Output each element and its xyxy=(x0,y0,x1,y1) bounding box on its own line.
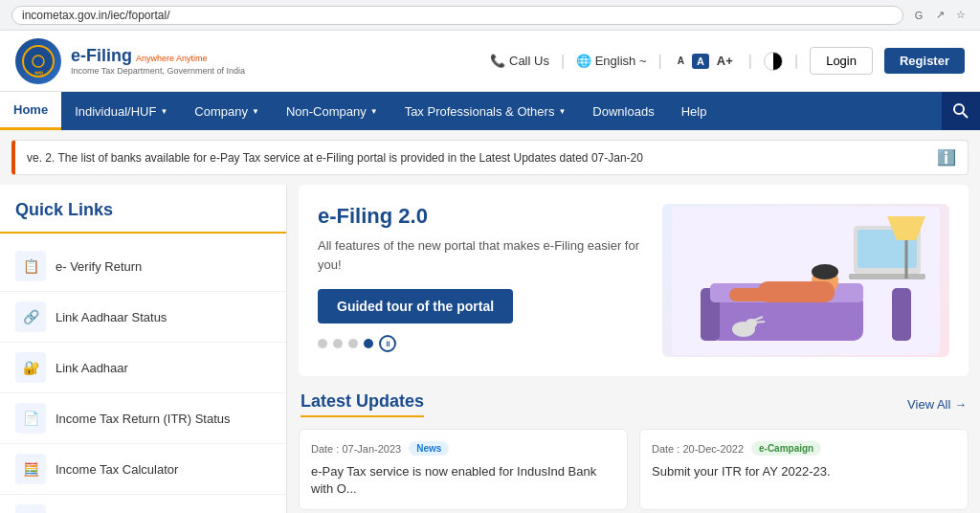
noncompany-chevron-icon: ▼ xyxy=(370,107,378,116)
main-nav: HomeIndividual/HUF ▼Company ▼Non-Company… xyxy=(0,92,980,130)
updates-grid: Date : 07-Jan-2023Newse-Pay Tax service … xyxy=(299,429,969,513)
register-button[interactable]: Register xyxy=(884,48,965,74)
login-button[interactable]: Login xyxy=(810,47,873,75)
nav-item-downloads[interactable]: Downloads xyxy=(579,92,667,130)
carousel-dots: ⏸ xyxy=(318,335,643,352)
logo-text: e-Filing Anywhere Anytime Income Tax Dep… xyxy=(71,46,245,76)
nav-item-noncompany[interactable]: Non-Company ▼ xyxy=(273,92,391,130)
link-aadhaar-status-icon: 🔗 xyxy=(15,301,46,332)
separator-2: | xyxy=(658,53,662,70)
alert-icon: ℹ️ xyxy=(937,148,956,167)
govt-logo: भारत xyxy=(15,38,61,84)
link-aadhaar-status-label: Link Aadhaar Status xyxy=(56,310,167,324)
update-card-0[interactable]: Date : 07-Jan-2023Newse-Pay Tax service … xyxy=(299,429,628,510)
sidebar-item-link-aadhaar[interactable]: 🔐Link Aadhaar xyxy=(0,343,286,393)
font-small-button[interactable]: A xyxy=(674,54,688,68)
updates-title: Latest Updates xyxy=(301,391,424,417)
update-card-1[interactable]: Date : 20-Dec-2022e-CampaignSubmit your … xyxy=(639,429,969,510)
contrast-button[interactable] xyxy=(764,52,783,71)
sidebar-item-tax-calculator[interactable]: 🧮Income Tax Calculator xyxy=(0,444,286,495)
itr-status-label: Income Tax Return (ITR) Status xyxy=(56,412,231,426)
site-title: e-Filing xyxy=(71,46,132,66)
sidebar-item-itr-status[interactable]: 📄Income Tax Return (ITR) Status xyxy=(0,393,286,444)
efiling-title: e-Filing 2.0 xyxy=(318,204,643,229)
updates-header: Latest Updates View All → xyxy=(299,391,969,417)
sidebar-item-verify-return[interactable]: 📋e- Verify Return xyxy=(0,241,286,292)
update-card-1-meta: Date : 20-Dec-2022e-Campaign xyxy=(652,441,956,456)
google-icon: G xyxy=(911,8,926,23)
tour-button[interactable]: Guided tour of the portal xyxy=(318,289,513,323)
update-card-1-text: Submit your ITR for AY 2022-23. xyxy=(652,463,956,480)
separator-3: | xyxy=(748,53,752,70)
individual-chevron-icon: ▼ xyxy=(160,107,167,116)
separator-4: | xyxy=(794,53,798,70)
svg-rect-13 xyxy=(729,288,768,301)
site-header: भारत e-Filing Anywhere Anytime Income Ta… xyxy=(0,31,980,92)
sidebar-item-link-aadhaar-status[interactable]: 🔗Link Aadhaar Status xyxy=(0,292,286,343)
update-card-1-date: Date : 20-Dec-2022 xyxy=(652,443,744,455)
carousel-dot-3[interactable] xyxy=(348,339,358,348)
content-area: e-Filing 2.0 All features of the new por… xyxy=(287,185,980,513)
sidebar-links: 📋e- Verify Return🔗Link Aadhaar Status🔐Li… xyxy=(0,241,286,513)
view-all-link[interactable]: View All → xyxy=(907,397,967,412)
svg-line-4 xyxy=(963,113,968,118)
carousel-pause-button[interactable]: ⏸ xyxy=(379,335,396,352)
verify-return-label: e- Verify Return xyxy=(56,259,142,274)
font-normal-button[interactable]: A xyxy=(692,54,709,69)
main-content: Quick Links 📋e- Verify Return🔗Link Aadha… xyxy=(0,185,980,513)
tax-calculator-label: Income Tax Calculator xyxy=(56,462,178,477)
font-controls: A A A+ xyxy=(674,52,737,70)
nav-items: HomeIndividual/HUF ▼Company ▼Non-Company… xyxy=(0,92,942,130)
logo-section: भारत e-Filing Anywhere Anytime Income Ta… xyxy=(15,38,245,84)
svg-line-22 xyxy=(753,322,765,323)
svg-text:भारत: भारत xyxy=(34,70,44,76)
sidebar: Quick Links 📋e- Verify Return🔗Link Aadha… xyxy=(0,185,287,513)
latest-updates-section: Latest Updates View All → Date : 07-Jan-… xyxy=(299,391,969,513)
link-aadhaar-label: Link Aadhaar xyxy=(56,361,128,375)
star-icon[interactable]: ☆ xyxy=(953,8,969,23)
taxpro-chevron-icon: ▼ xyxy=(558,107,566,116)
svg-point-11 xyxy=(812,264,838,279)
update-card-0-text: e-Pay Tax service is now enabled for Ind… xyxy=(311,463,615,498)
update-card-1-badge: e-Campaign xyxy=(751,441,821,456)
language-selector[interactable]: 🌐 English ~ xyxy=(576,54,646,68)
company-chevron-icon: ▼ xyxy=(252,107,259,116)
separator-1: | xyxy=(561,53,565,70)
efiling-text: e-Filing 2.0 All features of the new por… xyxy=(318,204,643,357)
nav-item-individual[interactable]: Individual/HUF ▼ xyxy=(61,92,181,130)
header-right: 📞 Call Us | 🌐 English ~ | A A A+ | | Log… xyxy=(490,47,965,75)
browser-url[interactable]: incometax.gov.in/iec/foportal/ xyxy=(11,6,903,25)
update-card-0-meta: Date : 07-Jan-2023News xyxy=(311,441,615,456)
browser-icons: G ↗ ☆ xyxy=(911,8,969,23)
efiling-illustration xyxy=(662,204,949,357)
update-card-0-date: Date : 07-Jan-2023 xyxy=(311,443,401,455)
nav-item-home[interactable]: Home xyxy=(0,92,61,130)
browser-bar: incometax.gov.in/iec/foportal/ G ↗ ☆ xyxy=(0,0,980,31)
sidebar-item-epay-tax[interactable]: 💳e-Pay Tax xyxy=(0,495,286,513)
nav-item-taxpro[interactable]: Tax Professionals & Others ▼ xyxy=(391,92,580,130)
itr-status-icon: 📄 xyxy=(15,403,46,434)
nav-item-help[interactable]: Help xyxy=(668,92,721,130)
svg-point-3 xyxy=(954,104,964,114)
svg-rect-12 xyxy=(758,281,835,302)
update-card-0-badge: News xyxy=(409,441,449,456)
site-tagline: Anywhere Anytime xyxy=(136,54,208,63)
efiling-section: e-Filing 2.0 All features of the new por… xyxy=(299,185,969,376)
nav-item-company[interactable]: Company ▼ xyxy=(181,92,273,130)
carousel-dot-1[interactable] xyxy=(318,339,327,348)
efiling-desc: All features of the new portal that make… xyxy=(318,236,643,274)
sidebar-title: Quick Links xyxy=(0,200,286,234)
search-button[interactable] xyxy=(942,92,980,130)
call-us-button[interactable]: 📞 Call Us xyxy=(490,54,549,68)
svg-rect-8 xyxy=(892,288,911,341)
carousel-dot-2[interactable] xyxy=(333,339,343,348)
dept-name: Income Tax Department, Government of Ind… xyxy=(71,66,245,76)
link-aadhaar-icon: 🔐 xyxy=(15,352,46,383)
font-large-button[interactable]: A+ xyxy=(713,52,737,70)
svg-rect-16 xyxy=(849,274,925,279)
alert-banner: ve. 2. The list of banks available for e… xyxy=(11,140,969,175)
epay-tax-icon: 💳 xyxy=(15,504,46,513)
tax-calculator-icon: 🧮 xyxy=(15,454,46,484)
share-icon[interactable]: ↗ xyxy=(932,8,947,23)
carousel-dot-4[interactable] xyxy=(364,339,373,348)
